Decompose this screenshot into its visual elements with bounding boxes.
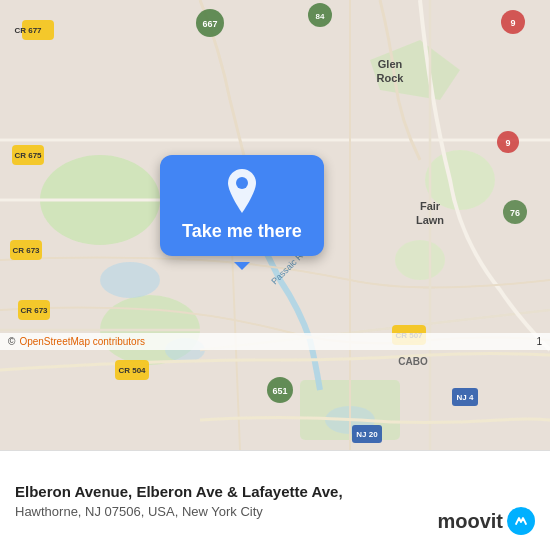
copyright-bar: © OpenStreetMap contributors 1	[0, 333, 550, 350]
svg-point-5	[395, 240, 445, 280]
map-container: CR 677 CR 675 CR 673 CR 673 CR 504 CR 50…	[0, 0, 550, 450]
svg-text:CR 673: CR 673	[20, 306, 48, 315]
svg-point-7	[100, 262, 160, 298]
moovit-logo: moovit	[437, 507, 535, 535]
page-number: 1	[536, 336, 542, 347]
moovit-icon	[507, 507, 535, 535]
svg-text:NJ 20: NJ 20	[356, 430, 378, 439]
svg-text:CR 504: CR 504	[118, 366, 146, 375]
svg-text:Glen: Glen	[378, 58, 403, 70]
svg-text:Fair: Fair	[420, 200, 441, 212]
svg-text:Lawn: Lawn	[416, 214, 444, 226]
bottom-bar: Elberon Avenue, Elberon Ave & Lafayette …	[0, 450, 550, 550]
svg-text:Rock: Rock	[377, 72, 405, 84]
svg-text:9: 9	[505, 138, 510, 148]
callout-label: Take me there	[182, 221, 302, 242]
osm-link[interactable]: OpenStreetMap contributors	[19, 336, 145, 347]
moovit-name: moovit	[437, 510, 503, 533]
location-pin-icon	[224, 169, 260, 213]
callout-bubble[interactable]: Take me there	[160, 155, 324, 256]
svg-text:76: 76	[510, 208, 520, 218]
svg-text:651: 651	[272, 386, 287, 396]
svg-point-51	[236, 177, 248, 189]
copyright-symbol: ©	[8, 336, 15, 347]
svg-text:CR 675: CR 675	[14, 151, 42, 160]
svg-text:CR 673: CR 673	[12, 246, 40, 255]
svg-text:CR 677: CR 677	[14, 26, 42, 35]
svg-text:667: 667	[202, 19, 217, 29]
svg-text:84: 84	[316, 12, 325, 21]
svg-text:9: 9	[510, 18, 515, 28]
svg-text:NJ 4: NJ 4	[457, 393, 474, 402]
address-title: Elberon Avenue, Elberon Ave & Lafayette …	[15, 482, 535, 502]
svg-text:CABO: CABO	[398, 356, 428, 367]
